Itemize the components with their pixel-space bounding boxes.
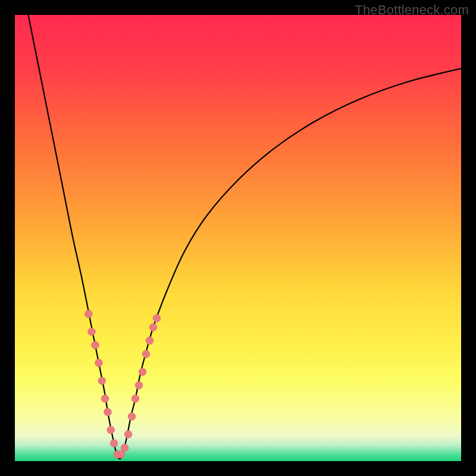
highlighted-point [88,328,96,336]
plot-area [15,15,461,461]
chart-frame: TheBottleneck.com [0,0,476,476]
highlighted-point [84,310,92,318]
highlighted-point [98,377,106,385]
curve-layer [15,15,461,461]
highlighted-point [95,359,103,367]
highlighted-point [92,342,99,349]
highlighted-points-group [84,310,161,458]
highlighted-point [128,413,136,421]
watermark-text: TheBottleneck.com [355,2,469,18]
highlighted-point [153,315,161,322]
highlighted-point [135,381,143,389]
highlighted-point [139,368,146,376]
highlighted-point [101,395,109,403]
highlighted-point [104,408,112,416]
highlighted-point [131,395,139,403]
highlighted-point [117,450,125,458]
highlighted-point [142,350,150,358]
highlighted-point [107,426,115,434]
highlighted-point [149,324,157,331]
bottleneck-curve [29,15,462,459]
highlighted-point [124,431,132,439]
highlighted-point [110,440,118,447]
highlighted-point [121,444,129,452]
highlighted-point [146,337,154,345]
